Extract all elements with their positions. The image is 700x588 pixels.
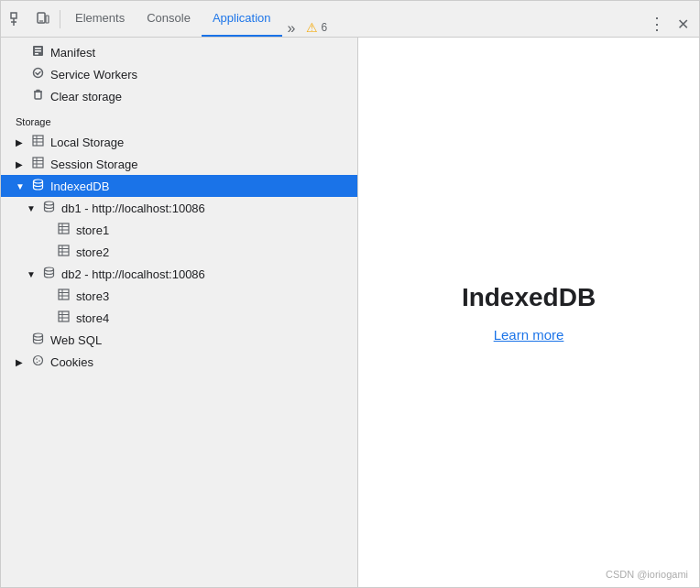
tab-bar: Elements Console Application » ⚠ 6 ⋮ ✕	[64, 1, 695, 37]
indexeddb-icon	[30, 179, 45, 193]
sidebar-item-db2[interactable]: ▼ db2 - http://localhost:10086	[1, 263, 357, 285]
arrow-indexeddb: ▼	[16, 181, 25, 191]
store3-label: store3	[76, 289, 350, 303]
toolbar-divider	[60, 10, 60, 28]
sidebar: Manifest Service Workers Clear s	[1, 38, 358, 587]
warning-icon: ⚠	[306, 20, 318, 35]
close-button[interactable]: ✕	[670, 11, 695, 37]
svg-rect-9	[35, 53, 38, 55]
arrow-cookies: ▶	[16, 357, 25, 367]
sidebar-item-store4[interactable]: store4	[1, 307, 357, 329]
svg-point-42	[33, 356, 42, 365]
sidebar-item-db1[interactable]: ▼ db1 - http://localhost:10086	[1, 197, 357, 219]
indexeddb-label: IndexedDB	[50, 180, 350, 193]
store2-icon	[56, 245, 71, 259]
store1-icon	[56, 223, 71, 237]
cookies-label: Cookies	[50, 355, 350, 369]
db1-label: db1 - http://localhost:10086	[61, 201, 350, 215]
svg-point-41	[33, 333, 42, 337]
sidebar-item-cookies[interactable]: ▶ Cookies	[1, 351, 357, 373]
trash-icon	[30, 89, 45, 103]
svg-rect-37	[59, 311, 69, 321]
svg-rect-4	[46, 16, 49, 23]
store4-label: store4	[76, 311, 350, 325]
manifest-label: Manifest	[50, 46, 350, 60]
svg-point-44	[38, 360, 40, 362]
storage-section-label: Storage	[1, 107, 357, 131]
svg-rect-14	[33, 136, 43, 146]
clear-storage-label: Clear storage	[50, 90, 350, 103]
tab-console[interactable]: Console	[136, 1, 202, 37]
svg-rect-18	[33, 158, 43, 168]
svg-rect-7	[35, 48, 41, 49]
warning-button[interactable]: ⚠ 6	[301, 18, 333, 37]
store2-label: store2	[76, 245, 350, 259]
local-storage-icon	[30, 135, 45, 149]
db2-label: db2 - http://localhost:10086	[61, 267, 350, 281]
panel-title: IndexedDB	[462, 283, 596, 312]
sidebar-wrapper: Manifest Service Workers Clear s	[1, 38, 358, 587]
sidebar-item-local-storage[interactable]: ▶ Local Storage	[1, 131, 357, 153]
watermark: CSDN @ioriogami	[606, 569, 688, 580]
sidebar-item-store2[interactable]: store2	[1, 241, 357, 263]
sidebar-item-session-storage[interactable]: ▶ Session Storage	[1, 153, 357, 175]
svg-point-10	[33, 69, 42, 78]
store4-icon	[56, 310, 71, 325]
svg-rect-33	[59, 289, 69, 299]
store1-label: store1	[76, 223, 350, 237]
service-workers-label: Service Workers	[50, 68, 350, 82]
learn-more-link[interactable]: Learn more	[494, 327, 564, 343]
manifest-icon	[30, 45, 45, 60]
local-storage-label: Local Storage	[50, 136, 350, 149]
websql-label: Web SQL	[50, 333, 350, 347]
svg-point-23	[44, 201, 53, 205]
svg-point-22	[33, 180, 42, 183]
sidebar-item-store3[interactable]: store3	[1, 285, 357, 307]
main-content: Manifest Service Workers Clear s	[1, 38, 699, 587]
right-panel: IndexedDB Learn more CSDN @ioriogami	[358, 38, 699, 587]
arrow-db2: ▼	[27, 269, 36, 279]
arrow-local-storage: ▶	[16, 137, 25, 147]
svg-rect-28	[59, 245, 69, 256]
session-storage-icon	[30, 157, 45, 171]
arrow-db1: ▼	[27, 203, 36, 213]
svg-point-43	[36, 358, 38, 360]
toolbar: Elements Console Application » ⚠ 6 ⋮ ✕	[1, 1, 699, 38]
session-storage-label: Session Storage	[50, 158, 350, 171]
db1-icon	[41, 201, 56, 215]
svg-rect-11	[35, 92, 41, 99]
websql-icon	[30, 332, 45, 347]
device-toggle-button[interactable]	[30, 6, 56, 32]
service-workers-icon	[30, 67, 45, 82]
store3-icon	[56, 289, 71, 303]
sidebar-item-clear-storage[interactable]: Clear storage	[1, 85, 357, 107]
svg-point-32	[44, 267, 53, 271]
sidebar-item-service-workers[interactable]: Service Workers	[1, 63, 357, 85]
svg-rect-0	[11, 13, 16, 18]
svg-rect-8	[35, 50, 41, 52]
sidebar-item-store1[interactable]: store1	[1, 219, 357, 241]
db2-icon	[41, 267, 56, 281]
svg-rect-24	[59, 223, 69, 234]
menu-button[interactable]: ⋮	[644, 11, 670, 37]
tab-application[interactable]: Application	[202, 1, 282, 37]
cookies-icon	[30, 354, 45, 369]
sidebar-item-websql[interactable]: Web SQL	[1, 329, 357, 351]
svg-point-45	[36, 362, 38, 364]
inspect-button[interactable]	[5, 6, 30, 32]
arrow-session-storage: ▶	[16, 159, 25, 169]
more-tabs-button[interactable]: »	[282, 20, 301, 37]
sidebar-item-manifest[interactable]: Manifest	[1, 41, 357, 63]
tab-elements[interactable]: Elements	[64, 1, 136, 37]
devtools-window: Elements Console Application » ⚠ 6 ⋮ ✕	[0, 0, 700, 588]
sidebar-item-indexeddb[interactable]: ▼ IndexedDB	[1, 175, 357, 197]
